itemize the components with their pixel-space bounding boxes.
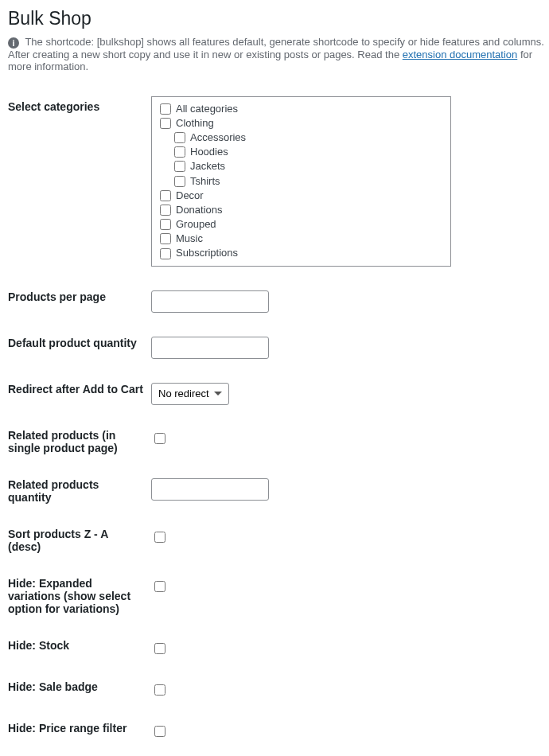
- sort-z-a-label: Sort products Z - A (desc): [8, 516, 151, 565]
- category-label: Subscriptions: [176, 246, 238, 260]
- category-label: Tshirts: [190, 174, 220, 189]
- category-checkbox[interactable]: [174, 161, 185, 172]
- category-option[interactable]: Accessories: [160, 131, 442, 145]
- category-checkbox[interactable]: [160, 233, 171, 244]
- category-label: Hoodies: [190, 145, 228, 159]
- category-checkbox[interactable]: [160, 248, 171, 259]
- redirect-after-add-select[interactable]: No redirect: [151, 383, 229, 405]
- redirect-after-add-label: Redirect after Add to Cart: [8, 371, 151, 417]
- category-checkbox[interactable]: [174, 146, 185, 158]
- default-product-quantity-input[interactable]: [151, 337, 269, 359]
- related-products-qty-label: Related products quantity: [8, 466, 151, 516]
- category-label: Jackets: [190, 159, 225, 173]
- hide-expanded-label: Hide: Expanded variations (show select o…: [8, 565, 151, 627]
- category-option[interactable]: Decor: [160, 189, 442, 203]
- products-per-page-input[interactable]: [151, 290, 269, 313]
- category-checkbox[interactable]: [160, 190, 171, 201]
- category-option[interactable]: Grouped: [160, 217, 442, 232]
- category-option[interactable]: All categories: [160, 102, 442, 116]
- hide-stock-checkbox[interactable]: [154, 643, 165, 654]
- category-label: Accessories: [190, 131, 246, 145]
- default-product-quantity-label: Default product quantity: [8, 325, 151, 371]
- related-products-qty-input[interactable]: [151, 478, 269, 501]
- category-label: Music: [176, 232, 203, 246]
- category-checkbox[interactable]: [160, 205, 171, 216]
- sort-z-a-checkbox[interactable]: [154, 532, 165, 543]
- category-label: Donations: [176, 203, 223, 217]
- category-checkbox[interactable]: [160, 219, 171, 230]
- category-checkbox[interactable]: [160, 118, 171, 129]
- hide-price-range-label: Hide: Price range filter: [8, 710, 151, 751]
- hide-sale-badge-label: Hide: Sale badge: [8, 668, 151, 710]
- category-label: Grouped: [176, 217, 216, 232]
- category-checkbox[interactable]: [174, 132, 185, 143]
- page-title: Bulk Shop: [8, 8, 549, 29]
- category-option[interactable]: Donations: [160, 203, 442, 217]
- hide-stock-label: Hide: Stock: [8, 627, 151, 668]
- hide-tags-filter-label: Hide: Tags filter: [8, 751, 151, 756]
- related-products-label: Related products (in single product page…: [8, 417, 151, 466]
- category-option[interactable]: Subscriptions: [160, 246, 442, 260]
- category-checkbox[interactable]: [160, 103, 171, 115]
- hide-expanded-checkbox[interactable]: [154, 581, 165, 592]
- hide-price-range-checkbox[interactable]: [154, 726, 165, 737]
- related-products-checkbox[interactable]: [154, 433, 165, 444]
- hide-sale-badge-checkbox[interactable]: [154, 684, 165, 696]
- category-option[interactable]: Clothing: [160, 116, 442, 131]
- documentation-link[interactable]: extension documentation: [403, 49, 518, 60]
- category-label: All categories: [176, 102, 238, 116]
- products-per-page-label: Products per page: [8, 279, 151, 325]
- category-option[interactable]: Tshirts: [160, 174, 442, 189]
- category-option[interactable]: Music: [160, 232, 442, 246]
- page-description: i The shortcode: [bulkshop] shows all fe…: [8, 36, 549, 72]
- category-checkbox[interactable]: [174, 176, 185, 187]
- select-categories-label: Select categories: [8, 88, 151, 279]
- info-icon: i: [8, 37, 19, 49]
- categories-box: All categoriesClothingAccessoriesHoodies…: [151, 96, 451, 267]
- category-label: Decor: [176, 189, 204, 203]
- category-option[interactable]: Jackets: [160, 159, 442, 173]
- category-option[interactable]: Hoodies: [160, 145, 442, 159]
- category-label: Clothing: [176, 116, 214, 131]
